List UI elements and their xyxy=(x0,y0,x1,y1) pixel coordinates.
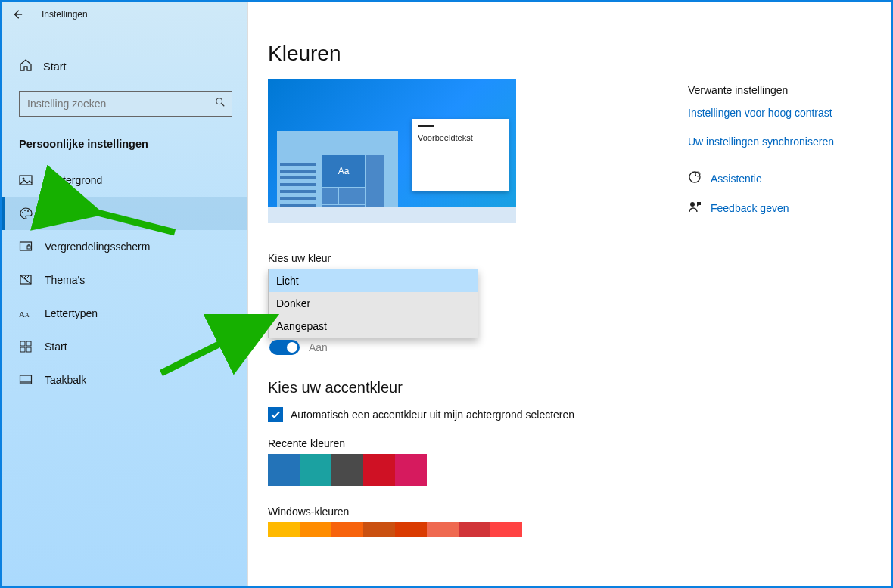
sidebar-item-themes[interactable]: Thema's xyxy=(2,263,247,297)
palette-icon xyxy=(19,207,33,220)
link-feedback[interactable]: Feedback geven xyxy=(688,200,870,216)
svg-rect-17 xyxy=(20,341,25,346)
preview-tile-text: Aa xyxy=(322,155,365,187)
link-sync-settings[interactable]: Uw instellingen synchroniseren xyxy=(688,135,870,148)
taskbar-icon xyxy=(19,373,33,387)
svg-rect-20 xyxy=(26,347,31,352)
sidebar-item-taskbar[interactable]: Taakbalk xyxy=(2,363,247,397)
start-icon xyxy=(19,340,33,353)
svg-point-11 xyxy=(27,210,29,212)
color-swatch[interactable] xyxy=(331,454,363,486)
recent-colors-label: Recente kleuren xyxy=(268,437,891,450)
color-swatch[interactable] xyxy=(490,522,522,537)
color-swatch[interactable] xyxy=(459,522,490,537)
sidebar-item-background[interactable]: Achtergrond xyxy=(2,163,247,197)
picture-icon xyxy=(19,173,33,187)
nav-home-label: Start xyxy=(43,61,67,73)
svg-text:A: A xyxy=(19,310,25,319)
windows-colors-label: Windows-kleuren xyxy=(268,506,891,518)
sidebar-item-lockscreen[interactable]: Vergrendelingsscherm xyxy=(2,230,247,263)
sidebar-heading: Persoonlijke instellingen xyxy=(19,138,247,150)
preview-window-text: Voorbeeldtekst xyxy=(418,133,473,142)
color-swatch[interactable] xyxy=(268,454,300,486)
color-swatch[interactable] xyxy=(427,522,459,537)
svg-point-8 xyxy=(23,178,25,180)
color-mode-dropdown[interactable]: Licht Donker Aangepast xyxy=(268,269,478,338)
sidebar-item-start[interactable]: Start xyxy=(2,330,247,363)
svg-text:A: A xyxy=(25,312,30,319)
svg-rect-18 xyxy=(26,341,31,346)
help-icon xyxy=(688,170,702,186)
windows-colors-row xyxy=(268,522,891,537)
sidebar-item-label: Taakbalk xyxy=(45,374,86,386)
dropdown-option-light[interactable]: Licht xyxy=(269,269,478,292)
sidebar: Instellingen Start Persoonlijke instelli… xyxy=(2,2,248,586)
color-swatch[interactable] xyxy=(395,522,427,537)
svg-point-9 xyxy=(22,212,23,213)
sidebar-item-label: Achtergrond xyxy=(45,174,102,186)
transparency-toggle[interactable] xyxy=(269,340,300,355)
dropdown-option-dark[interactable]: Donker xyxy=(269,292,478,315)
search-input-wrap[interactable] xyxy=(19,91,232,117)
checkbox-checked-icon xyxy=(268,407,283,422)
sidebar-item-label: Kleuren xyxy=(45,207,81,219)
link-assistance[interactable]: Assistentie xyxy=(688,170,870,186)
link-label: Assistentie xyxy=(711,173,762,185)
related-settings-aside: Verwante instellingen Instellingen voor … xyxy=(688,84,870,229)
color-swatch[interactable] xyxy=(300,522,331,537)
color-swatch[interactable] xyxy=(363,522,395,537)
pick-color-label: Kies uw kleur xyxy=(268,252,891,264)
color-swatch[interactable] xyxy=(268,522,300,537)
page-title: Kleuren xyxy=(268,42,891,66)
fonts-icon: AA xyxy=(19,306,33,320)
sidebar-item-label: Lettertypen xyxy=(45,307,98,319)
color-swatch[interactable] xyxy=(395,454,427,486)
sidebar-item-fonts[interactable]: AA Lettertypen xyxy=(2,297,247,330)
back-button[interactable] xyxy=(7,4,28,25)
dropdown-option-custom[interactable]: Aangepast xyxy=(269,315,478,338)
color-preview: Aa Voorbeeldtekst xyxy=(268,79,516,223)
svg-point-10 xyxy=(24,210,26,211)
home-icon xyxy=(19,58,33,74)
auto-accent-checkbox-row[interactable]: Automatisch een accentkleur uit mijn ach… xyxy=(268,407,891,422)
svg-line-6 xyxy=(222,104,225,107)
window-title: Instellingen xyxy=(42,9,88,20)
search-icon xyxy=(215,97,226,110)
color-swatch[interactable] xyxy=(331,522,363,537)
link-label: Feedback geven xyxy=(711,202,789,214)
search-input[interactable] xyxy=(26,97,215,110)
svg-point-23 xyxy=(689,172,700,182)
lockscreen-icon xyxy=(19,240,33,254)
sidebar-item-colors[interactable]: Kleuren xyxy=(2,197,247,230)
svg-rect-13 xyxy=(27,246,30,249)
auto-accent-label: Automatisch een accentkleur uit mijn ach… xyxy=(291,409,574,421)
sidebar-item-label: Start xyxy=(45,341,67,353)
recent-colors-row xyxy=(268,454,891,486)
feedback-icon xyxy=(688,200,702,216)
themes-icon xyxy=(19,273,33,287)
toggle-label: Aan xyxy=(309,341,328,353)
aside-heading: Verwante instellingen xyxy=(688,84,870,96)
sidebar-item-label: Thema's xyxy=(45,274,85,286)
color-swatch[interactable] xyxy=(363,454,395,486)
svg-rect-19 xyxy=(20,347,25,352)
sidebar-item-label: Vergrendelingsscherm xyxy=(45,241,150,253)
accent-heading: Kies uw accentkleur xyxy=(268,379,891,397)
svg-point-5 xyxy=(216,98,222,104)
svg-point-25 xyxy=(690,202,695,207)
color-swatch[interactable] xyxy=(300,454,331,486)
link-high-contrast[interactable]: Instellingen voor hoog contrast xyxy=(688,107,870,119)
nav-home[interactable]: Start xyxy=(2,52,247,80)
